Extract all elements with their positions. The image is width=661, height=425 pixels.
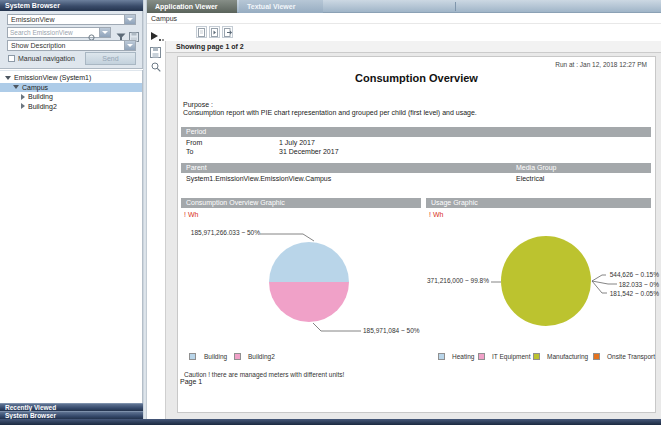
chevron-down-icon[interactable] [124, 15, 135, 24]
page-footer: Page 1 [180, 378, 202, 385]
send-button[interactable]: Send [85, 52, 136, 65]
from-label: From [186, 139, 202, 146]
media-group-header: Media Group [516, 163, 556, 173]
report-title: Consumption Overview [178, 72, 655, 84]
breadcrumb-row: Campus [147, 13, 661, 24]
tab-bar: Application Viewer Textual Viewer [147, 0, 661, 13]
legend-swatch-it-equipment [478, 353, 485, 360]
tree-item-campus[interactable]: Campus [0, 83, 142, 92]
application-window: System Browser EmissionView Show Descrip… [0, 0, 661, 425]
consumption-graphic-header: Consumption Overview Graphic [181, 198, 421, 208]
recently-viewed-bar[interactable]: Recently Viewed [0, 403, 143, 411]
viewer-tool-rail [147, 41, 166, 419]
description-selector-dropdown[interactable]: Show Description [7, 40, 136, 51]
tree-item-label: Building2 [28, 103, 57, 110]
legend-label-it-equipment: IT Equipment [492, 353, 531, 360]
next-page-icon[interactable] [209, 26, 220, 38]
legend-label-building: Building [204, 353, 227, 360]
paging-status-bar: Showing page 1 of 2 [166, 41, 661, 53]
report-viewport[interactable]: Run at : Jan 12, 2018 12:27 PM Consumpti… [166, 53, 661, 419]
legend-swatch-onsite-transport [593, 353, 600, 360]
tab-textual-viewer[interactable]: Textual Viewer [239, 0, 323, 13]
to-label: To [186, 148, 193, 155]
purpose-text: Consumption report with PIE chart repres… [183, 109, 653, 116]
export-report-icon[interactable] [222, 26, 233, 38]
legend-swatch-heating [438, 353, 445, 360]
description-selector-value: Show Description [11, 42, 65, 49]
usage-unit-warning: ! Wh [429, 211, 443, 218]
report-toolbar [147, 24, 661, 41]
parent-value: System1.EmissionView.EmissionView.Campus [186, 175, 331, 182]
legend-swatch-building [189, 353, 196, 360]
tree-item-building[interactable]: Building [0, 92, 142, 101]
legend-label-manufacturing: Manufacturing [547, 353, 588, 360]
paging-status: Showing page 1 of 2 [176, 43, 244, 50]
status-bar [0, 419, 661, 425]
chevron-down-icon[interactable] [124, 41, 135, 50]
pie-label-onsite-transport: 181,542 ~ 0.05% [578, 290, 659, 297]
caution-text: Caution ! there are managed meters with … [184, 371, 344, 378]
system-browser-bar[interactable]: System Browser [0, 411, 143, 419]
purpose-label: Purpose : [183, 101, 213, 108]
media-group-value: Electrical [516, 175, 544, 182]
legend-label-heating: Heating [452, 353, 474, 360]
from-value: 1 July 2017 [279, 139, 315, 146]
collapse-icon[interactable] [5, 76, 11, 80]
search-options-chevron-icon[interactable] [99, 28, 110, 37]
expand-icon[interactable] [21, 103, 25, 109]
legend-label-building2: Building2 [248, 353, 275, 360]
system-browser-header[interactable]: System Browser [0, 0, 143, 11]
tree-item-label: EmissionView (System1) [14, 74, 91, 81]
usage-graphic-header: Usage Graphic [426, 198, 651, 208]
period-section-header: Period [181, 127, 651, 137]
collapse-icon[interactable] [13, 85, 19, 89]
search-input[interactable] [10, 28, 88, 37]
manual-navigation-label: Manual navigation [18, 55, 75, 62]
system-browser-panel: EmissionView Show Description Manual nav… [0, 11, 143, 403]
tree-item-label: Building [28, 93, 53, 100]
tree-item-emissionview[interactable]: EmissionView (System1) [0, 73, 142, 82]
divider [0, 68, 143, 70]
search-box [7, 27, 111, 38]
run-at-timestamp: Run at : Jan 12, 2018 12:27 PM [555, 61, 647, 68]
pie-label-manufacturing: 371,216,000 ~ 99.8% [406, 277, 489, 284]
first-page-icon[interactable] [196, 26, 207, 38]
expand-icon[interactable] [21, 94, 25, 100]
parent-header: Parent [186, 164, 207, 171]
system-tree: EmissionView (System1) Campus Building B… [0, 71, 142, 403]
pie-label-building: 185,971,266.033 ~ 50% [184, 229, 260, 236]
breadcrumb: Campus [151, 15, 177, 22]
report-page: Run at : Jan 12, 2018 12:27 PM Consumpti… [177, 56, 656, 413]
legend-swatch-building2 [234, 353, 241, 360]
tree-item-label: Campus [22, 84, 48, 91]
consumption-unit-warning: ! Wh [184, 211, 198, 218]
manual-navigation-checkbox[interactable] [8, 55, 15, 62]
tab-divider [455, 2, 456, 11]
view-selector-value: EmissionView [11, 16, 54, 23]
pie-label-building2: 185,971,084 ~ 50% [363, 327, 420, 334]
pie-label-heating: 544,626 ~ 0.15% [578, 271, 659, 278]
to-value: 31 December 2017 [279, 148, 339, 155]
view-selector-dropdown[interactable]: EmissionView [7, 14, 136, 25]
legend-label-onsite-transport: Onsite Transport [607, 353, 655, 360]
pie-label-it-equipment: 182.033 ~ 0% [578, 281, 659, 288]
zoom-icon[interactable] [151, 58, 161, 76]
tree-item-building2[interactable]: Building2 [0, 102, 142, 111]
legend-swatch-manufacturing [533, 353, 540, 360]
tab-application-viewer[interactable]: Application Viewer [147, 0, 237, 13]
consumption-pie-chart [269, 242, 349, 322]
parent-section-header: Parent Media Group [181, 163, 651, 173]
